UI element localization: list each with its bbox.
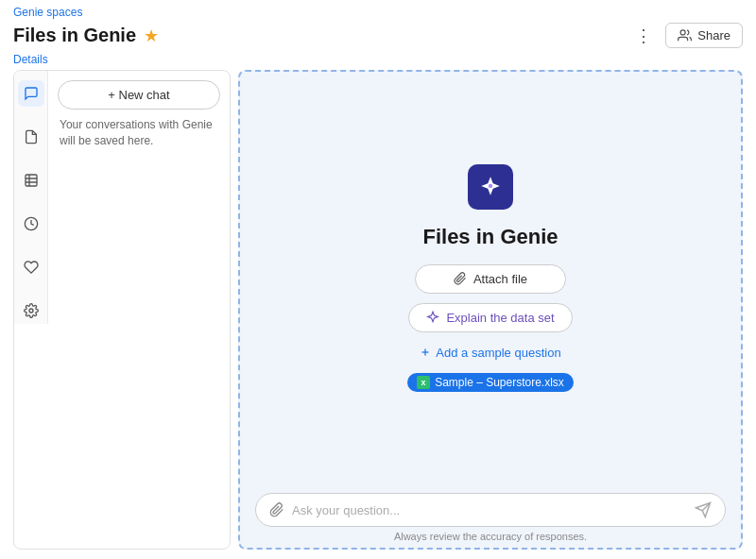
nav-bookmark[interactable] <box>18 254 44 280</box>
main-chat-area: Files in Genie Attach file Explain the d… <box>238 70 743 550</box>
new-chat-button[interactable]: + New chat <box>58 80 220 110</box>
explain-dataset-label: Explain the data set <box>446 311 554 325</box>
svg-point-6 <box>29 309 33 313</box>
magic-icon <box>426 311 439 324</box>
send-icon <box>695 501 712 518</box>
chat-input-row <box>255 493 726 527</box>
input-paperclip-icon[interactable] <box>269 502 284 517</box>
svg-point-0 <box>680 30 685 35</box>
nav-document[interactable] <box>18 124 44 150</box>
sidebar-content: + New chat Your conversations with Genie… <box>48 71 230 324</box>
nav-chat[interactable] <box>18 80 44 107</box>
chat-input[interactable] <box>292 503 687 517</box>
sidebar: + New chat Your conversations with Genie… <box>13 70 231 550</box>
more-options-button[interactable]: ⋮ <box>629 24 658 48</box>
disclaimer-text: Always review the accuracy of responses. <box>255 531 726 542</box>
sidebar-hint: Your conversations with Genie will be sa… <box>58 117 220 149</box>
svg-rect-1 <box>26 175 37 186</box>
star-icon[interactable]: ★ <box>144 25 159 46</box>
nav-history[interactable] <box>18 211 44 237</box>
explain-dataset-button[interactable]: Explain the data set <box>408 303 572 332</box>
paperclip-icon <box>454 272 467 285</box>
svg-point-7 <box>489 183 492 187</box>
plus-icon <box>420 347 431 358</box>
breadcrumb[interactable]: Genie spaces <box>13 6 743 19</box>
nav-table[interactable] <box>18 167 44 194</box>
nav-settings[interactable] <box>18 297 44 324</box>
add-sample-button[interactable]: Add a sample question <box>412 342 568 364</box>
share-button[interactable]: Share <box>665 23 743 48</box>
attach-file-button[interactable]: Attach file <box>415 264 566 294</box>
share-label: Share <box>697 28 730 42</box>
attach-file-label: Attach file <box>473 272 527 286</box>
excel-icon: x <box>417 376 430 389</box>
page-title: Files in Genie <box>13 25 136 46</box>
icon-rail <box>14 71 48 324</box>
send-button[interactable] <box>695 501 712 518</box>
chat-input-area: Always review the accuracy of responses. <box>240 483 741 548</box>
file-tag-name: Sample – Superstore.xlsx <box>435 376 564 389</box>
action-buttons: Attach file Explain the data set Add a s… <box>407 264 574 392</box>
genie-icon <box>468 164 513 210</box>
add-sample-label: Add a sample question <box>436 346 560 360</box>
details-link[interactable]: Details <box>13 53 48 66</box>
chat-title: Files in Genie <box>422 225 558 249</box>
share-icon <box>678 28 692 42</box>
file-tag[interactable]: x Sample – Superstore.xlsx <box>407 373 574 392</box>
chat-empty-state: Files in Genie Attach file Explain the d… <box>240 72 741 483</box>
